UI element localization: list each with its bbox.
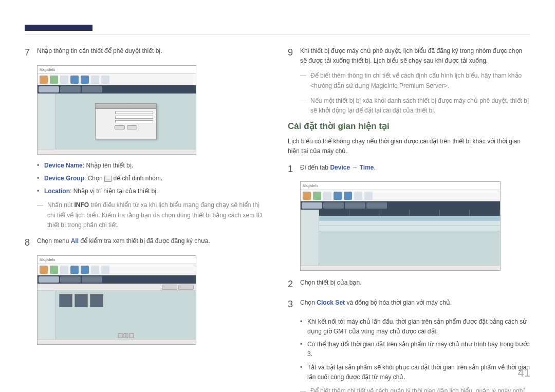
shot-statusbar [38,149,196,154]
toolbar-icon [334,192,342,200]
shot-sidebar [38,94,56,149]
bullet-device-group: Device Group: Chọn … để chỉ định nhóm. [37,174,267,183]
toolbar-icon [101,266,109,274]
shot-tab [366,202,387,209]
toolbar-icon [50,266,58,274]
step8-a: Chọn menu [37,237,71,245]
device-term: Device [330,164,350,171]
toolbar-icon [323,192,331,200]
bullet: Có thể thay đổi thời gian đặt trên sản p… [300,340,530,359]
header-rule [25,34,530,34]
pager-prev-icon [118,333,123,338]
step-1: 1 Đi đến tab Device → Time. [288,162,530,177]
table-row [319,216,500,221]
bullet-device-name: Device Name: Nhập tên thiết bị. [37,161,267,171]
step-text: Nhập thông tin cần thiết để phê duyệt th… [37,45,267,60]
toolbar-icon [40,76,48,84]
subtoolbar-btn [178,285,194,290]
shot-logo: MagicInfo [40,68,55,71]
step-text: Chọn thiết bị của bạn. [300,277,530,292]
device-thumb [90,294,103,307]
table-header [319,210,500,216]
s1-dot: . [374,164,376,171]
shot-statusbar [301,265,500,270]
step-text: Chọn Clock Set và đồng bộ hóa thời gian … [300,297,530,312]
shot-toolbar [38,264,196,275]
step9-note1: Để biết thêm thông tin chi tiết về cách … [300,71,530,90]
page-number: 41 [518,366,530,380]
table-row [319,221,500,226]
shot-tab [39,86,59,92]
step9-note2: Nếu một thiết bị bị xóa khỏi danh sách t… [300,96,530,116]
shot-tab [39,276,59,283]
s1-a: Đi đến tab [300,164,330,171]
shot-tab [82,86,102,92]
step-number: 9 [288,45,300,66]
bullet: Tắt và bật lại sản phẩm sẽ khôi phục cài… [300,363,530,382]
table-row [319,226,500,231]
step-9: 9 Khi thiết bị được máy chủ phê duyệt, l… [288,45,530,66]
term: Device Group [44,175,84,182]
toolbar-icon [101,76,109,84]
shot-tabstrip [38,275,196,284]
shot-tab [345,202,365,209]
shot-toolbar [301,190,500,201]
shot-sidebar [38,291,56,339]
term: Device Name [44,162,83,169]
pager-next-icon [130,333,134,338]
step-text: Chọn menu All để kiểm tra xem thiết bị đ… [37,235,267,250]
s3-a: Chọn [300,299,317,306]
term-rest: : Nhập tên thiết bị. [83,162,133,169]
browse-icon: … [104,176,112,182]
shot-main [319,210,500,265]
shot-sidebar [301,210,319,265]
shot-tab [323,202,344,209]
step-number: 1 [288,162,300,177]
step7-note: Nhấn nút INFO trên điều khiển từ xa khi … [37,200,267,230]
header-band [25,25,92,31]
toolbar-icon [91,266,99,274]
step-2: 2 Chọn thiết bị của bạn. [288,277,530,292]
left-column: 7 Nhập thông tin cần thiết để phê duyệt … [25,45,267,367]
shot-titlebar: MagicInfo [38,66,196,74]
step-number: 2 [288,277,300,292]
shot-body [38,94,196,149]
step-number: 7 [25,45,37,60]
dialog-header [96,104,156,109]
screenshot-all-menu: MagicInfo [37,255,196,345]
shot-tab [60,276,81,283]
right-column: 9 Khi thiết bị được máy chủ phê duyệt, l… [288,45,530,367]
screenshot-approve-device: MagicInfo [37,65,196,155]
device-thumb [75,294,88,307]
dialog-form [96,109,156,132]
pager-page: 1 [124,333,128,338]
step-8: 8 Chọn menu All để kiểm tra xem thiết bị… [25,235,267,250]
step8-b: để kiểm tra xem thiết bị đã được đăng ký… [79,237,210,245]
shot-body [301,210,500,265]
shot-tab [82,276,102,283]
time-term: Time [360,164,374,171]
toolbar-icon [364,192,373,200]
step7-bullets: Device Name: Nhập tên thiết bị. Device G… [37,161,267,197]
shot-body: 1 [38,291,196,339]
term-rest: : Nhập vị trí hiện tại của thiết bị. [70,188,158,195]
term: Location [44,188,70,195]
toolbar-icon [91,76,99,84]
device-table [319,210,500,231]
clockset-term: Clock Set [317,299,345,306]
toolbar-icon [344,192,352,200]
screenshot-device-time: MagicInfo [300,181,501,271]
approve-dialog [95,103,157,139]
all-term: All [71,237,79,245]
info-term: INFO [74,201,89,209]
shot-logo: MagicInfo [303,184,318,188]
toolbar-icon [50,76,58,84]
toolbar-icon [303,192,311,200]
shot-main [56,94,196,149]
step-7: 7 Nhập thông tin cần thiết để phê duyệt … [25,45,267,60]
step3-note: Để biết thêm chi tiết về cách quản lý th… [300,386,530,392]
toolbar-icon [313,192,321,200]
device-thumbs [59,294,103,307]
step-text: Khi thiết bị được máy chủ phê duyệt, lịc… [300,45,530,66]
toolbar-icon [70,76,79,84]
